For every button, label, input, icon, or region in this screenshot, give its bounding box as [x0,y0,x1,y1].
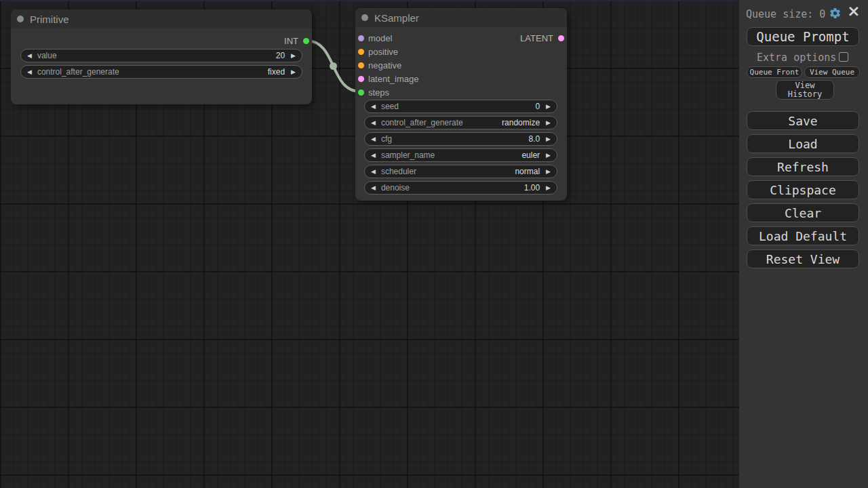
increment-arrow-icon[interactable]: ▶ [546,152,551,159]
load-button[interactable]: Load [747,134,859,153]
clear-button[interactable]: Clear [747,203,859,222]
widget-seed[interactable]: ◀ seed 0 ▶ [364,100,557,113]
input-slot-label: negative [368,60,401,70]
input-slot-label: steps [368,87,389,98]
queue-prompt-button[interactable]: Queue Prompt [747,27,859,46]
decrement-arrow-icon[interactable]: ◀ [371,185,376,191]
output-port-int-icon[interactable] [303,38,309,44]
widget-label: control_after_generate [381,118,463,127]
queue-front-label: Queue Front [750,68,800,77]
input-port-model-icon[interactable] [358,35,364,41]
widget-value-text: 20 [276,51,285,60]
save-label: Save [788,114,817,128]
settings-gear-icon[interactable] [829,7,842,20]
widget-label: denoise [381,183,410,192]
queue-front-button[interactable]: Queue Front [747,66,802,78]
widget-label: seed [381,102,399,111]
widget-label: value [37,51,57,60]
output-slot-int[interactable]: INT [284,34,312,47]
decrement-arrow-icon[interactable]: ◀ [371,120,376,126]
refresh-label: Refresh [777,160,829,174]
output-slot-latent[interactable]: LATENT [520,31,567,45]
canvas-top-edge [0,0,739,1]
decrement-arrow-icon[interactable]: ◀ [371,104,376,110]
increment-arrow-icon[interactable]: ▶ [546,169,551,175]
node-collapse-dot-icon[interactable] [361,14,368,21]
node-primitive[interactable]: Primitive INT ◀ value 20 ▶ ◀ control_aft… [11,9,312,104]
output-port-latent-icon[interactable] [558,35,564,41]
decrement-arrow-icon[interactable]: ◀ [371,169,376,175]
widget-sampler-name[interactable]: ◀ sampler_name euler ▶ [364,148,557,162]
save-button[interactable]: Save [747,111,859,130]
extra-options-label: Extra options [757,52,836,64]
widget-scheduler[interactable]: ◀ scheduler normal ▶ [364,165,557,178]
widget-control-after-generate[interactable]: ◀ control_after_generate randomize ▶ [364,116,557,129]
node-title: Primitive [30,14,69,25]
view-history-label-line1: View [795,81,815,90]
decrement-arrow-icon[interactable]: ◀ [371,152,376,159]
queue-size-label: Queue size: 0 [746,8,825,20]
widget-label: control_after_generate [37,67,119,77]
widget-value-text: 0 [535,102,540,111]
increment-arrow-icon[interactable]: ▶ [546,120,551,126]
widget-denoise[interactable]: ◀ denoise 1.00 ▶ [364,181,557,195]
increment-arrow-icon[interactable]: ▶ [546,185,551,191]
decrement-arrow-icon[interactable]: ◀ [27,53,32,59]
load-default-label: Load Default [759,229,847,243]
decrement-arrow-icon[interactable]: ◀ [27,69,32,75]
view-history-button[interactable]: View History [776,80,834,100]
widget-value-text: randomize [502,118,540,127]
node-ksampler-titlebar[interactable]: KSampler [355,8,567,27]
widget-label: cfg [381,134,392,144]
increment-arrow-icon[interactable]: ▶ [291,69,296,75]
input-slot-steps[interactable]: steps [355,85,418,99]
increment-arrow-icon[interactable]: ▶ [546,104,551,110]
increment-arrow-icon[interactable]: ▶ [291,53,296,59]
input-port-steps-icon[interactable] [358,89,364,96]
reset-view-button[interactable]: Reset View [747,249,859,268]
load-default-button[interactable]: Load Default [747,226,859,245]
reset-view-label: Reset View [766,252,840,266]
widget-label: sampler_name [381,150,435,160]
queue-prompt-label: Queue Prompt [756,29,849,44]
widget-value[interactable]: ◀ value 20 ▶ [20,49,302,62]
widget-value-text: euler [521,150,540,160]
decrement-arrow-icon[interactable]: ◀ [371,136,376,142]
view-queue-button[interactable]: View Queue [804,66,860,78]
input-port-negative-icon[interactable] [358,62,364,68]
settings-gear-icon-path [830,8,840,18]
widget-value-text: normal [515,167,540,176]
clipspace-button[interactable]: Clipspace [747,180,859,199]
clipspace-label: Clipspace [770,183,836,197]
input-slot-latent-image[interactable]: latent_image [355,72,418,85]
widget-label: scheduler [381,167,416,176]
close-icon[interactable]: × [846,2,861,20]
node-title: KSampler [374,12,419,24]
widget-value-text: fixed [268,67,285,77]
widget-value-text: 1.00 [524,183,540,192]
input-port-latent-image-icon[interactable] [358,76,364,82]
node-primitive-titlebar[interactable]: Primitive [11,9,312,28]
widget-control-after-generate[interactable]: ◀ control_after_generate fixed ▶ [20,65,302,79]
comfy-menu-panel: Queue size: 0 × Queue Prompt Extra optio… [739,0,868,488]
input-slot-label: model [368,33,392,43]
input-slot-label: latent_image [368,74,418,84]
output-slot-label: LATENT [520,33,553,43]
refresh-button[interactable]: Refresh [747,157,859,176]
input-slot-negative[interactable]: negative [355,58,418,72]
node-collapse-dot-icon[interactable] [17,16,24,22]
view-queue-label: View Queue [810,68,854,77]
output-slot-label: INT [284,36,298,46]
extra-options-checkbox[interactable] [839,52,848,62]
load-label: Load [788,137,817,151]
input-slot-positive[interactable]: positive [355,45,418,58]
widget-cfg[interactable]: ◀ cfg 8.0 ▶ [364,132,557,146]
clear-label: Clear [785,206,821,220]
increment-arrow-icon[interactable]: ▶ [546,136,551,142]
input-slot-model[interactable]: model [355,31,418,45]
input-slot-label: positive [368,47,398,57]
input-port-positive-icon[interactable] [358,49,364,55]
node-ksampler[interactable]: KSampler model positive negative latent_… [355,8,567,201]
widget-value-text: 8.0 [528,134,540,144]
view-history-label-line2: History [788,90,823,99]
